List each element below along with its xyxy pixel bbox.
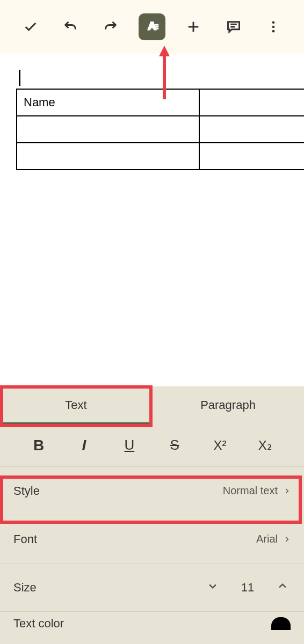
tab-paragraph[interactable]: Paragraph [152,386,304,424]
underline-button[interactable]: U [113,432,146,459]
tab-text[interactable]: Text [0,386,152,424]
text-color-label: Text color [13,617,64,631]
style-label: Style [13,484,40,498]
more-vertical-icon [266,19,281,34]
svg-point-5 [272,26,274,28]
redo-button[interactable] [99,15,122,39]
svg-marker-7 [159,46,170,99]
comment-icon [226,19,241,34]
svg-point-4 [272,21,274,24]
font-label: Font [13,532,37,546]
tab-active-indicator [0,422,152,424]
tab-text-label: Text [65,398,86,412]
text-format-icon [144,19,160,34]
text-format-button[interactable] [139,13,165,40]
more-button[interactable] [262,15,285,39]
document-canvas[interactable]: Name [0,54,304,170]
strikethrough-button[interactable]: S [158,432,191,459]
font-value: Arial [256,533,278,545]
done-button[interactable] [19,15,42,39]
svg-point-6 [272,30,274,33]
table-row[interactable] [17,116,304,143]
text-style-buttons-row: B I U S X² X₂ [0,424,304,467]
undo-icon [63,19,78,34]
panel-tabs: Text Paragraph [0,386,304,424]
tab-paragraph-label: Paragraph [200,398,256,412]
document-table[interactable]: Name [16,89,304,170]
table-row[interactable] [17,143,304,170]
size-increase-button[interactable] [274,581,291,595]
color-chip [271,617,291,630]
format-panel: Text Paragraph B I U S X² X₂ Style Norma… [0,386,304,644]
chevron-up-icon [277,581,288,591]
table-cell[interactable]: Name [17,89,199,116]
size-row: Size 11 [0,564,304,612]
style-value: Normal text [223,485,278,497]
insert-button[interactable] [182,15,205,39]
check-icon [23,19,38,34]
table-cell[interactable] [199,116,304,143]
plus-icon [186,19,201,34]
text-color-row[interactable]: Text color [0,612,304,635]
superscript-button[interactable]: X² [204,432,236,459]
bold-button[interactable]: B [23,432,55,459]
table-cell[interactable] [17,116,199,143]
text-cursor [19,70,20,86]
chevron-right-icon [283,487,291,495]
chevron-right-icon [283,536,291,543]
size-value: 11 [240,581,256,595]
annotation-arrow [159,46,170,99]
table-cell[interactable] [199,89,304,116]
font-value-group: Arial [256,533,291,545]
subscript-button[interactable]: X₂ [249,432,281,459]
size-decrease-button[interactable] [205,581,221,595]
style-row[interactable]: Style Normal text [0,467,304,515]
style-value-group: Normal text [223,485,291,497]
font-row[interactable]: Font Arial [0,515,304,564]
size-label: Size [13,581,37,595]
chevron-down-icon [207,581,218,591]
table-cell[interactable] [199,143,304,170]
comment-button[interactable] [222,15,245,39]
size-controls: 11 [205,581,291,595]
top-toolbar [0,0,304,54]
redo-icon [103,19,118,34]
undo-button[interactable] [59,15,82,39]
italic-button[interactable]: I [68,432,100,459]
table-cell[interactable] [17,143,199,170]
